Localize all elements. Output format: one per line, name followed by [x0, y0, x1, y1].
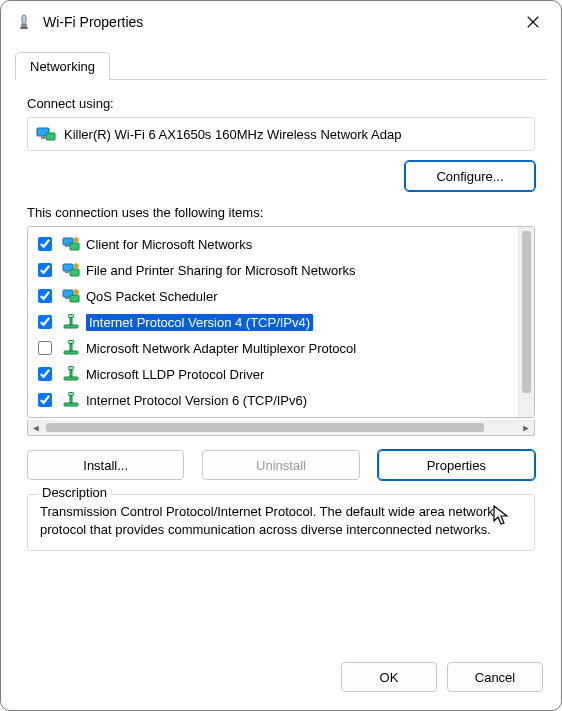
- item-checkbox[interactable]: [38, 289, 52, 303]
- configure-button[interactable]: Configure...: [405, 161, 535, 191]
- item-checkbox[interactable]: [38, 393, 52, 407]
- item-label: Microsoft Network Adapter Multiplexor Pr…: [86, 341, 356, 356]
- list-item[interactable]: QoS Packet Scheduler: [28, 283, 518, 309]
- svg-rect-9: [65, 245, 69, 247]
- install-button[interactable]: Install...: [27, 450, 184, 480]
- item-label: QoS Packet Scheduler: [86, 289, 218, 304]
- item-label: Microsoft LLDP Protocol Driver: [86, 367, 264, 382]
- ok-button[interactable]: OK: [341, 662, 437, 692]
- svg-rect-3: [20, 27, 28, 29]
- proto-icon: [62, 365, 80, 383]
- service-icon: [62, 261, 80, 279]
- connect-using-label: Connect using:: [27, 96, 535, 111]
- svg-rect-14: [70, 269, 79, 276]
- client-icon: [62, 235, 80, 253]
- proto-icon: [62, 313, 80, 331]
- svg-rect-20: [70, 295, 79, 302]
- svg-rect-30: [69, 341, 74, 344]
- dialog-buttons: OK Cancel: [1, 648, 561, 710]
- network-adapter-icon: [36, 125, 56, 143]
- svg-rect-36: [69, 393, 74, 396]
- scroll-right-arrow-icon[interactable]: ►: [518, 420, 534, 435]
- description-group: Description Transmission Control Protoco…: [27, 494, 535, 551]
- service-icon: [62, 287, 80, 305]
- list-item[interactable]: Microsoft LLDP Protocol Driver: [28, 361, 518, 387]
- window-icon: [15, 13, 33, 31]
- properties-button[interactable]: Properties: [378, 450, 535, 480]
- tab-content: Connect using: Killer(R) Wi-Fi 6 AX1650s…: [1, 80, 561, 648]
- svg-rect-33: [69, 367, 74, 370]
- svg-rect-5: [46, 133, 55, 140]
- svg-rect-8: [70, 243, 79, 250]
- list-item[interactable]: Client for Microsoft Networks: [28, 231, 518, 257]
- item-label: File and Printer Sharing for Microsoft N…: [86, 263, 355, 278]
- item-label: Internet Protocol Version 4 (TCP/IPv4): [89, 315, 310, 330]
- list-item[interactable]: File and Printer Sharing for Microsoft N…: [28, 257, 518, 283]
- tab-networking[interactable]: Networking: [15, 52, 110, 80]
- uninstall-button: Uninstall: [202, 450, 359, 480]
- scrollbar-thumb[interactable]: [522, 231, 531, 393]
- description-legend: Description: [38, 485, 111, 500]
- item-checkbox[interactable]: [38, 341, 52, 355]
- item-label: Client for Microsoft Networks: [86, 237, 252, 252]
- svg-rect-21: [65, 297, 69, 299]
- svg-rect-24: [74, 291, 78, 292]
- window-title: Wi-Fi Properties: [43, 14, 511, 30]
- svg-rect-0: [22, 15, 26, 24]
- adapter-name: Killer(R) Wi-Fi 6 AX1650s 160MHz Wireles…: [64, 127, 401, 142]
- close-icon: [527, 16, 539, 28]
- svg-rect-2: [21, 24, 27, 27]
- svg-rect-15: [65, 271, 69, 273]
- vertical-scrollbar[interactable]: [518, 227, 534, 417]
- proto-icon: [62, 339, 80, 357]
- hscrollbar-thumb[interactable]: [46, 423, 484, 432]
- description-text: Transmission Control Protocol/Internet P…: [40, 503, 522, 538]
- item-buttons-row: Install... Uninstall Properties: [27, 450, 535, 480]
- cancel-button[interactable]: Cancel: [447, 662, 543, 692]
- wifi-properties-window: Wi-Fi Properties Networking Connect usin…: [0, 0, 562, 711]
- tabstrip: Networking: [15, 51, 547, 80]
- svg-rect-6: [41, 136, 45, 139]
- titlebar: Wi-Fi Properties: [1, 1, 561, 43]
- svg-rect-12: [74, 239, 78, 240]
- item-checkbox[interactable]: [38, 315, 52, 329]
- list-item[interactable]: Internet Protocol Version 4 (TCP/IPv4): [28, 309, 518, 335]
- item-checkbox[interactable]: [38, 367, 52, 381]
- list-item[interactable]: Internet Protocol Version 6 (TCP/IPv6): [28, 387, 518, 413]
- items-label: This connection uses the following items…: [27, 205, 535, 220]
- item-checkbox[interactable]: [38, 263, 52, 277]
- item-checkbox[interactable]: [38, 237, 52, 251]
- close-button[interactable]: [511, 7, 555, 37]
- scroll-left-arrow-icon[interactable]: ◄: [28, 420, 44, 435]
- svg-point-1: [23, 17, 25, 19]
- horizontal-scrollbar[interactable]: ◄ ►: [27, 420, 535, 436]
- svg-rect-27: [69, 315, 74, 318]
- svg-rect-18: [74, 265, 78, 266]
- adapter-field[interactable]: Killer(R) Wi-Fi 6 AX1650s 160MHz Wireles…: [27, 117, 535, 151]
- proto-icon: [62, 391, 80, 409]
- item-label: Internet Protocol Version 6 (TCP/IPv6): [86, 393, 307, 408]
- items-listbox[interactable]: Client for Microsoft NetworksFile and Pr…: [27, 226, 535, 418]
- list-item[interactable]: Microsoft Network Adapter Multiplexor Pr…: [28, 335, 518, 361]
